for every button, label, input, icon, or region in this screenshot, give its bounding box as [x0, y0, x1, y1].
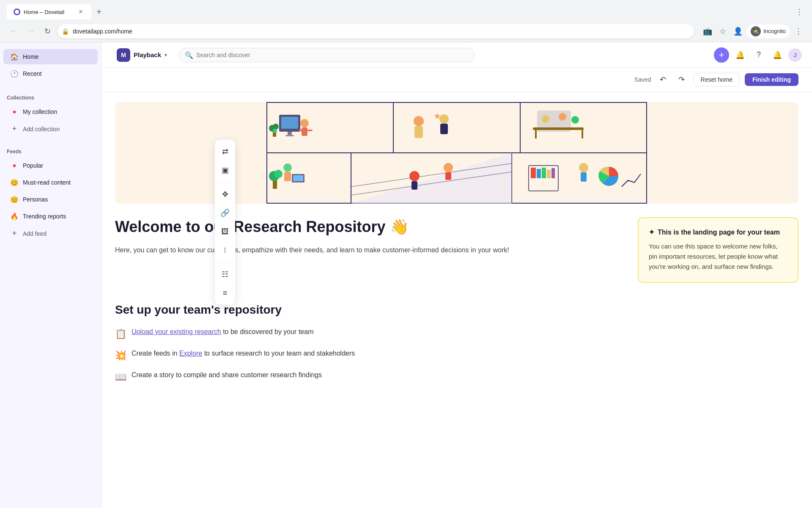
info-card-title-text: This is the landing page for your team [658, 229, 780, 236]
address-bar: ← → ↻ 🔒 📺 ☆ 👤 🕵 Incognito ⋮ [0, 20, 812, 42]
sidebar-item-recent[interactable]: 🕐 Recent [3, 66, 98, 81]
svg-rect-8 [281, 117, 298, 129]
content-wrapper: M Playback ▾ 🔍 + 🔔 ? 🔔 J [102, 42, 812, 508]
profile-switcher-icon[interactable]: 👤 [731, 25, 745, 38]
sidebar-item-popular[interactable]: ● Popular [3, 158, 98, 173]
svg-point-37 [274, 170, 283, 178]
sidebar-item-personas[interactable]: 😊 Personas [3, 192, 98, 207]
floating-columns-icon[interactable]: ✥ [217, 186, 233, 203]
svg-point-41 [409, 171, 420, 181]
svg-point-26 [559, 113, 566, 121]
setup-item-0: 📋 Upload your existing research to be di… [115, 327, 798, 341]
content-body: Welcome to our Research Repository 👋 Her… [102, 204, 812, 405]
floating-grid-icon[interactable]: ⁝ [217, 242, 233, 259]
svg-rect-42 [411, 181, 417, 190]
welcome-title: Welcome to our Research Repository 👋 [115, 217, 621, 236]
sidebar-item-home[interactable]: 🏠 Home [3, 49, 98, 64]
svg-rect-22 [440, 124, 448, 134]
reset-home-button[interactable]: Reset home [694, 73, 740, 86]
svg-point-31 [283, 163, 292, 172]
feeds-section-label: Feeds [0, 145, 101, 156]
sidebar-label-my-collection: My collection [23, 108, 57, 115]
personas-icon: 😊 [10, 195, 19, 204]
add-button[interactable]: + [714, 47, 729, 63]
sidebar-label-trending: Trending reports [23, 213, 66, 220]
browser-chrome: Home – Dovetail × + ⋮ ← → ↻ 🔒 📺 ☆ 👤 🕵 In… [0, 0, 812, 42]
tab-close-button[interactable]: × [77, 8, 85, 16]
setup-emoji-1: 💥 [115, 348, 126, 362]
bookmark-icon[interactable]: ☆ [716, 25, 730, 38]
setup-item-1-text: Create feeds in Explore to surface resea… [132, 348, 355, 359]
setup-item-0-text: Upload your existing research to be disc… [132, 327, 313, 337]
search-bar: 🔍 [179, 48, 475, 62]
sidebar-label-personas: Personas [23, 196, 48, 203]
sidebar-item-must-read[interactable]: 😊 Must-read content [3, 175, 98, 190]
workspace-selector[interactable]: M Playback ▾ [112, 46, 172, 64]
trending-icon: 🔥 [10, 212, 19, 221]
address-bar-actions: 📺 ☆ 👤 🕵 Incognito ⋮ [701, 25, 805, 38]
incognito-avatar: 🕵 [751, 26, 761, 36]
help-icon[interactable]: ? [751, 47, 766, 63]
home-icon: 🏠 [10, 52, 19, 61]
user-avatar[interactable]: J [788, 48, 802, 62]
reload-button[interactable]: ↻ [41, 25, 54, 38]
svg-point-43 [444, 163, 453, 172]
setup-item-1: 💥 Create feeds in Explore to surface res… [115, 348, 798, 362]
explore-link[interactable]: Explore [179, 350, 202, 357]
add-feed-button[interactable]: + Add feed [3, 226, 98, 241]
svg-rect-49 [547, 170, 551, 178]
add-collection-button[interactable]: + Add collection [3, 121, 98, 137]
setup-section: Set up your team's repository 📋 Upload y… [115, 303, 798, 384]
upload-research-link[interactable]: Upload your existing research [132, 328, 221, 335]
svg-point-18 [273, 129, 277, 133]
undo-button[interactable]: ↶ [656, 73, 670, 86]
svg-rect-20 [414, 126, 423, 138]
svg-rect-29 [535, 130, 537, 138]
redo-button[interactable]: ↷ [675, 73, 689, 86]
svg-rect-12 [302, 127, 307, 136]
add-collection-label: Add collection [23, 126, 60, 133]
setup-item-0-suffix: to be discovered by your team [223, 328, 313, 335]
new-tab-button[interactable]: + [93, 6, 105, 18]
sidebar-label-recent: Recent [23, 70, 41, 77]
more-options-icon[interactable]: ⋮ [792, 25, 805, 38]
bell-icon[interactable]: 🔔 [770, 47, 785, 63]
floating-divider-1 [219, 182, 231, 182]
cast-icon[interactable]: 📺 [701, 25, 714, 38]
floating-link-icon[interactable]: 🔗 [217, 204, 233, 221]
tab-bar: Home – Dovetail × + ⋮ [0, 0, 812, 20]
workspace-initial: M [121, 52, 126, 58]
floating-text-align-icon[interactable]: ⇄ [217, 143, 233, 160]
incognito-badge: 🕵 Incognito [746, 25, 790, 38]
svg-rect-48 [542, 168, 546, 178]
info-card-title: ✦ This is the landing page for your team [649, 228, 787, 236]
sidebar-item-my-collection[interactable]: ● My collection [3, 104, 98, 119]
floating-card-icon[interactable]: ▣ [217, 162, 233, 179]
search-input[interactable] [179, 48, 475, 62]
add-collection-icon: + [10, 124, 19, 133]
svg-rect-14 [307, 130, 313, 131]
workspace-avatar: M [117, 48, 130, 62]
search-icon: 🔍 [185, 51, 193, 59]
notifications-icon[interactable]: 🔔 [732, 47, 748, 63]
floating-image-icon[interactable]: 🖼 [217, 223, 233, 240]
user-initial: J [793, 52, 797, 58]
tab-bar-menu[interactable]: ⋮ [793, 6, 805, 18]
svg-rect-47 [537, 169, 541, 178]
floating-toolbar: ⇄ ▣ ✥ 🔗 🖼 ⁝ ☷ ≡ [215, 140, 235, 305]
floating-filter-icon[interactable]: ≡ [217, 284, 233, 301]
sidebar-item-trending[interactable]: 🔥 Trending reports [3, 209, 98, 224]
setup-item-2-text: Create a story to compile and share cust… [132, 370, 322, 380]
setup-title: Set up your team's repository [115, 303, 798, 317]
active-tab[interactable]: Home – Dovetail × [7, 4, 91, 19]
setup-item-1-suffix: to surface research to your team and sta… [204, 350, 355, 357]
svg-rect-52 [581, 172, 587, 182]
forward-button[interactable]: → [24, 25, 37, 38]
setup-emoji-2: 📖 [115, 370, 126, 384]
back-button[interactable]: ← [7, 25, 20, 38]
finish-editing-button[interactable]: Finish editing [745, 73, 798, 86]
svg-point-17 [273, 124, 279, 130]
floating-list-icon[interactable]: ☷ [217, 266, 233, 283]
url-input[interactable] [58, 24, 694, 39]
svg-point-19 [414, 116, 424, 126]
